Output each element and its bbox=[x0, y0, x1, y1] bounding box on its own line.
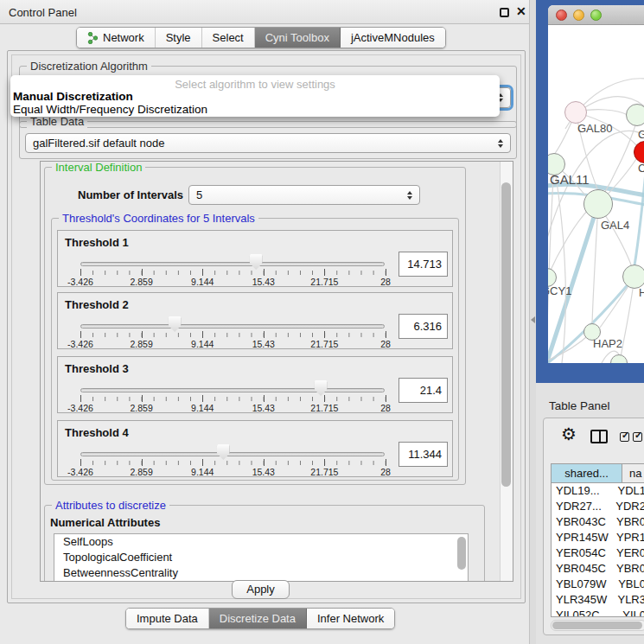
settings-scrollpane: Interval Definition Number of Intervals … bbox=[40, 161, 513, 582]
tab-label: Network bbox=[103, 31, 144, 44]
column-header-name[interactable]: na bbox=[622, 464, 644, 482]
threshold-value-field[interactable]: 14.713 bbox=[399, 252, 448, 277]
table-card: ⚙ shared... na YDL19...YDL1 YDR27...YDR2… bbox=[543, 418, 644, 635]
threshold-value-field[interactable]: 11.344 bbox=[399, 442, 448, 467]
tab-label: Style bbox=[166, 31, 191, 44]
slider-thumb[interactable] bbox=[217, 444, 230, 460]
control-panel-titlebar: Control Panel ✕ bbox=[0, 0, 529, 24]
table-data-combobox[interactable]: galFiltered.sif default node bbox=[25, 133, 511, 153]
table-row[interactable]: YBR045CYBR0 bbox=[552, 561, 644, 577]
tab-discretize-data[interactable]: Discretize Data bbox=[209, 609, 307, 628]
combo-stepper-icon bbox=[407, 191, 412, 200]
table-row[interactable]: YLR345WYLR3 bbox=[552, 592, 644, 608]
algorithm-dropdown-popup: Select algorithm to view settings Manual… bbox=[10, 75, 500, 117]
group-title: Table Data bbox=[27, 115, 87, 128]
checkbox-icon[interactable] bbox=[633, 432, 642, 442]
tab-infer-network[interactable]: Infer Network bbox=[307, 609, 394, 628]
float-window-button[interactable] bbox=[500, 8, 509, 17]
tab-impute-data[interactable]: Impute Data bbox=[126, 609, 209, 628]
node-label: C bbox=[638, 162, 644, 175]
number-of-intervals-combobox[interactable]: 5 bbox=[188, 185, 420, 205]
numerical-attributes-label: Numerical Attributes bbox=[50, 516, 160, 529]
slider-ticks bbox=[80, 461, 386, 465]
slider-thumb[interactable] bbox=[315, 380, 328, 396]
group-title: Interval Definition bbox=[52, 161, 145, 174]
gear-icon[interactable]: ⚙ bbox=[561, 424, 577, 444]
network-node[interactable] bbox=[626, 104, 644, 126]
slider-scale-labels: -3.4262.8599.14415.4321.71528 bbox=[80, 467, 386, 477]
network-canvas[interactable]: GAL80 G C GAL11 GAL4 GCY1 H HAP2 bbox=[548, 25, 644, 363]
node-label: GCY1 bbox=[548, 284, 571, 297]
list-item[interactable]: TopologicalCoefficient bbox=[54, 550, 468, 565]
network-icon bbox=[87, 32, 99, 44]
group-title: Attributes to discretize bbox=[52, 499, 169, 512]
tab-jactivemnodules[interactable]: jActiveMNodules bbox=[341, 28, 445, 48]
tab-network[interactable]: Network bbox=[77, 28, 156, 48]
network-window: GAL80 G C GAL11 GAL4 GCY1 H HAP2 bbox=[548, 5, 644, 363]
tab-cyni-toolbox[interactable]: Cyni Toolbox bbox=[255, 28, 341, 48]
number-of-intervals-value: 5 bbox=[196, 188, 202, 201]
panel-title: Control Panel bbox=[9, 6, 77, 19]
column-header-shared-name[interactable]: shared... bbox=[552, 464, 622, 482]
tab-select[interactable]: Select bbox=[202, 28, 255, 48]
slider-ticks bbox=[80, 397, 386, 401]
slider-ticks bbox=[80, 271, 386, 275]
popup-item-equal-width-frequency[interactable]: Equal Width/Frequency Discretization bbox=[13, 103, 207, 116]
table-row[interactable]: YBR043CYBR0 bbox=[552, 514, 644, 530]
splitpane-divider[interactable] bbox=[529, 0, 536, 644]
node-label: G bbox=[638, 128, 644, 141]
table-row[interactable]: YDL19...YDL1 bbox=[552, 483, 644, 499]
checkbox-icon[interactable] bbox=[620, 432, 629, 442]
threshold-value-field[interactable]: 6.316 bbox=[399, 314, 448, 339]
table-row[interactable]: YDR27...YDR2 bbox=[552, 499, 644, 514]
table-row[interactable]: YBL079WYBL0 bbox=[552, 577, 644, 592]
slider-ticks bbox=[80, 333, 386, 337]
node-label: GAL80 bbox=[577, 122, 612, 135]
network-node[interactable] bbox=[622, 265, 644, 289]
tab-label: Cyni Toolbox bbox=[265, 31, 329, 44]
list-scrollbar[interactable] bbox=[457, 537, 466, 570]
slider-thumb[interactable] bbox=[169, 316, 182, 332]
list-item[interactable]: BetweennessCentrality bbox=[54, 565, 468, 581]
table-row[interactable]: YER054CYER0 bbox=[552, 545, 644, 561]
attributes-group: Attributes to discretize Numerical Attri… bbox=[44, 505, 485, 582]
apply-button[interactable]: Apply bbox=[232, 580, 290, 599]
tab-label: Infer Network bbox=[317, 612, 384, 625]
table-row[interactable]: YIL052CYIL0 bbox=[552, 608, 644, 617]
horizontal-scrollbar-thumb[interactable] bbox=[552, 622, 642, 629]
zoom-window-icon[interactable] bbox=[590, 10, 602, 21]
tab-style[interactable]: Style bbox=[156, 28, 202, 48]
slider-scale-labels: -3.4262.8599.14415.4321.71528 bbox=[80, 339, 386, 349]
number-of-intervals-label: Number of Intervals bbox=[78, 188, 183, 201]
table-row[interactable]: YPR145WYPR1 bbox=[552, 530, 644, 545]
popup-item-manual-discretization[interactable]: Manual Discretization bbox=[13, 90, 133, 103]
vertical-scrollbar-track[interactable] bbox=[500, 162, 513, 581]
tab-label: Discretize Data bbox=[220, 612, 296, 625]
threshold-label: Threshold 3 bbox=[65, 362, 129, 375]
group-title: Discretization Algorithm bbox=[27, 60, 151, 73]
interval-definition-group: Interval Definition Number of Intervals … bbox=[44, 167, 466, 485]
threshold-value-field[interactable]: 21.4 bbox=[399, 378, 448, 403]
network-node[interactable] bbox=[583, 189, 613, 219]
table-panel-title: Table Panel bbox=[549, 399, 610, 412]
threshold-panel: Threshold 3 -3.4262.8599.14415.4321.7152… bbox=[57, 356, 453, 413]
network-window-frame: GAL80 G C GAL11 GAL4 GCY1 H HAP2 bbox=[536, 0, 644, 383]
network-node[interactable] bbox=[564, 101, 587, 124]
close-window-icon[interactable] bbox=[556, 10, 567, 21]
popup-hint-item: Select algorithm to view settings bbox=[10, 78, 500, 91]
horizontal-scrollbar-track[interactable] bbox=[551, 620, 644, 631]
slider-thumb[interactable] bbox=[250, 254, 263, 270]
threshold-label: Threshold 1 bbox=[65, 236, 129, 249]
vertical-scrollbar-thumb[interactable] bbox=[501, 182, 511, 487]
node-label: H bbox=[639, 286, 644, 299]
close-panel-button[interactable]: ✕ bbox=[516, 4, 526, 18]
list-item[interactable]: SelfLoops bbox=[54, 534, 468, 550]
table-data-group: Table Data galFiltered.sif default node bbox=[19, 121, 517, 159]
node-label: HAP2 bbox=[593, 337, 622, 350]
columns-icon[interactable] bbox=[590, 430, 608, 443]
divider-handle-icon[interactable] bbox=[531, 316, 535, 323]
node-label: GAL4 bbox=[601, 219, 629, 232]
top-tabbar: Network Style Select Cyni Toolbox jActiv… bbox=[76, 27, 446, 48]
minimize-window-icon[interactable] bbox=[573, 10, 584, 21]
slider-scale-labels: -3.4262.8599.14415.4321.71528 bbox=[80, 403, 386, 413]
